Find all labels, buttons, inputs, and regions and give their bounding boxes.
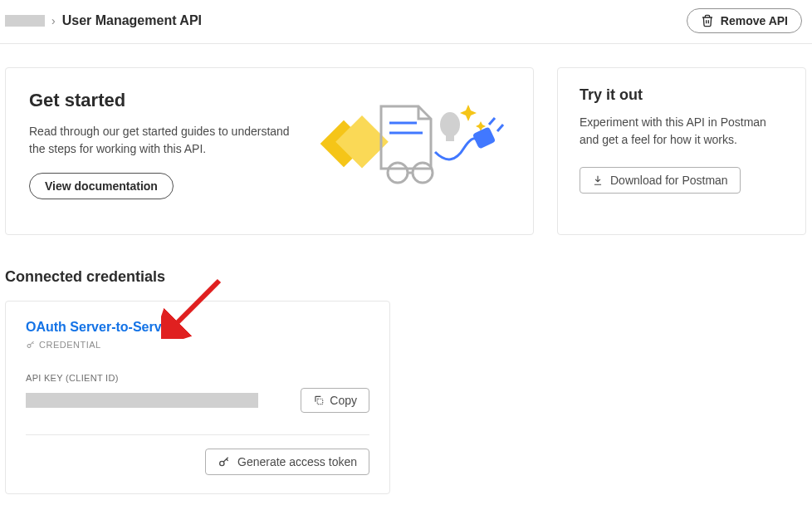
view-documentation-button[interactable]: View documentation [29, 173, 174, 199]
download-icon [592, 174, 604, 186]
svg-line-10 [489, 118, 495, 125]
svg-rect-13 [318, 399, 323, 404]
copy-api-key-button[interactable]: Copy [301, 388, 369, 413]
chevron-right-icon: › [51, 14, 56, 27]
try-it-out-description: Experiment with this API in Postman and … [580, 114, 784, 149]
get-started-description: Read through our get started guides to u… [29, 123, 302, 158]
svg-point-4 [388, 163, 408, 183]
oauth-credential-link[interactable]: OAuth Server-to-Server [26, 320, 369, 335]
download-postman-label: Download for Postman [610, 174, 728, 187]
remove-api-button[interactable]: Remove API [687, 8, 802, 33]
trash-icon [701, 14, 714, 27]
download-postman-button[interactable]: Download for Postman [580, 167, 741, 194]
api-key-value [26, 393, 258, 408]
try-it-out-card: Try it out Experiment with this API in P… [557, 67, 806, 235]
copy-label: Copy [330, 394, 357, 407]
remove-api-label: Remove API [721, 14, 788, 27]
page-title: User Management API [62, 13, 202, 28]
key-icon [218, 455, 231, 468]
generate-token-label: Generate access token [237, 455, 357, 468]
svg-point-5 [413, 163, 433, 183]
try-it-out-title: Try it out [580, 86, 784, 104]
api-key-label: API KEY (CLIENT ID) [26, 373, 369, 383]
divider [26, 434, 369, 435]
credential-type-label: CREDENTIAL [26, 340, 369, 350]
view-documentation-label: View documentation [45, 179, 158, 193]
documentation-illustration-icon [319, 90, 510, 189]
get-started-card: Get started Read through our get started… [5, 67, 534, 235]
breadcrumb-prev-link[interactable] [5, 15, 45, 27]
connected-credentials-title: Connected credentials [5, 268, 807, 286]
svg-point-7 [440, 112, 460, 137]
svg-line-11 [497, 125, 503, 131]
copy-icon [313, 395, 325, 406]
get-started-title: Get started [29, 90, 302, 111]
svg-rect-8 [446, 135, 454, 141]
breadcrumb: › User Management API [5, 13, 202, 28]
generate-access-token-button[interactable]: Generate access token [205, 449, 369, 475]
key-icon [26, 340, 36, 350]
credential-card: OAuth Server-to-Server CREDENTIAL API KE… [5, 301, 390, 494]
